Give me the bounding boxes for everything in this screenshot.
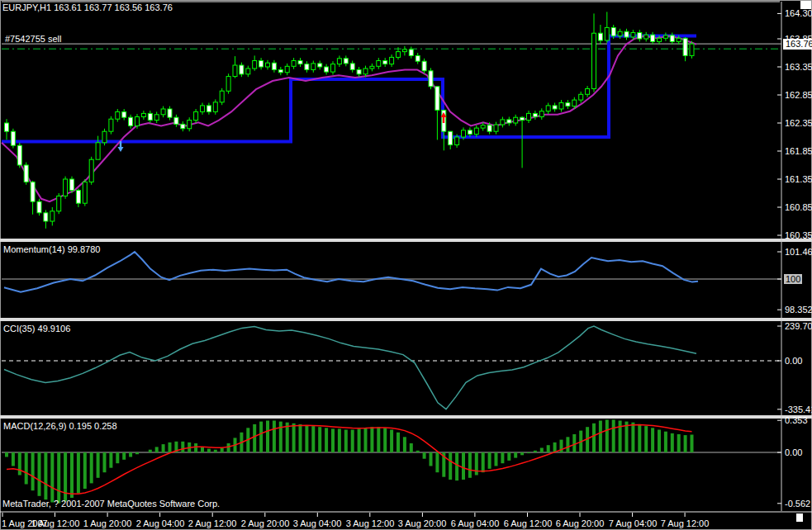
panel-separator[interactable] — [0, 318, 812, 321]
time-axis-label: 6 Aug 04:00 — [449, 518, 501, 528]
price-scale-label: 162.85 — [785, 90, 812, 100]
price-scale-label: 160.85 — [785, 202, 812, 212]
time-axis-label: 6 Aug 20:00 — [554, 518, 605, 528]
metatrader-chart-window: EURJPY,H1 163.61 163.77 163.56 163.76 #7… — [0, 0, 812, 530]
time-axis-label: 3 Aug 04:00 — [292, 518, 343, 528]
price-scale-label: 163.35 — [785, 62, 812, 72]
price-scale-label: 162.35 — [785, 118, 812, 128]
chart-title: EURJPY,H1 163.61 163.77 163.56 163.76 — [2, 2, 173, 12]
cci-scale-label: 0.00 — [785, 356, 802, 366]
time-axis-label: 3 Aug 20:00 — [397, 518, 448, 528]
momentum-scale-label: 98.3525 — [785, 305, 812, 315]
order-line-label[interactable]: #7542755 sell — [5, 34, 62, 44]
time-axis-label: 7 Aug 12:00 — [659, 518, 710, 528]
cci-scale-label: 239.707 — [785, 321, 812, 331]
cci-scale-label: -335.412 — [785, 405, 812, 414]
time-axis-label: 6 Aug 12:00 — [502, 518, 553, 528]
time-axis-label: 1 Aug 12:00 — [30, 518, 81, 528]
panel-separator[interactable] — [0, 239, 812, 242]
time-axis-label: 1 Aug 20:00 — [82, 518, 133, 528]
macd-scale-label: -0.562 — [785, 499, 810, 509]
price-scale-label: 160.35 — [785, 230, 812, 240]
time-axis-label: 2 Aug 12:00 — [187, 518, 238, 528]
cci-line — [4, 326, 696, 409]
momentum-level-label: 100 — [784, 274, 802, 284]
chart-canvas[interactable] — [0, 0, 812, 530]
price-scale-label: 161.85 — [785, 146, 812, 156]
time-axis-label: 7 Aug 04:00 — [607, 518, 658, 528]
price-scale-label: 164.30 — [785, 8, 812, 18]
macd-indicator-label: MACD(12,26,9) 0.195 0.258 — [3, 421, 117, 431]
time-axis-label: 2 Aug 04:00 — [135, 518, 186, 528]
momentum-indicator-label: Momentum(14) 99.8780 — [3, 244, 100, 254]
macd-histogram — [5, 419, 694, 503]
current-price-box: 163.76 — [783, 39, 812, 50]
panel-separator[interactable] — [0, 415, 812, 419]
macd-scale-label: 0.353 — [785, 415, 808, 425]
price-scale-label: 161.35 — [785, 174, 812, 184]
macd-scale-label: 0.00 — [785, 447, 802, 457]
time-axis-label: 3 Aug 12:00 — [344, 518, 396, 528]
axis-corner-box — [796, 513, 803, 522]
momentum-line — [4, 252, 698, 292]
copyright-status-text: MetaTrader, ? 2001-2007 MetaQuotes Softw… — [2, 499, 220, 509]
momentum-scale-label: 101.4615 — [785, 247, 812, 257]
cci-indicator-label: CCI(35) 49.9106 — [3, 324, 70, 334]
time-axis-label: 2 Aug 20:00 — [240, 518, 291, 528]
candlestick-series — [5, 12, 695, 228]
